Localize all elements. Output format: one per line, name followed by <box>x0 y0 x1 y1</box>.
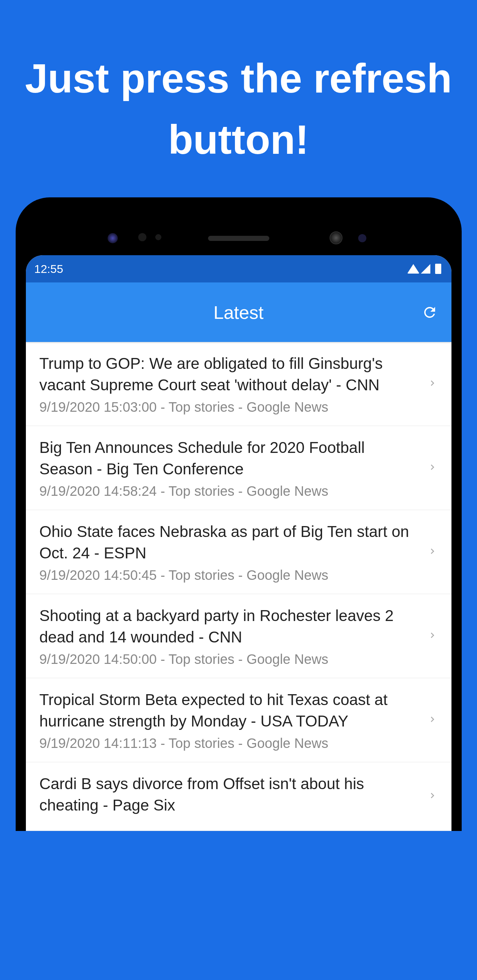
front-camera <box>330 231 343 244</box>
news-headline: Big Ten Announces Schedule for 2020 Foot… <box>40 437 420 480</box>
speaker-grille <box>208 236 269 241</box>
news-headline: Ohio State faces Nebraska as part of Big… <box>40 521 420 564</box>
page-title: Latest <box>214 302 263 323</box>
sensor-dot <box>108 233 118 243</box>
app-bar: Latest <box>26 282 451 342</box>
list-item[interactable]: Trump to GOP: We are obligated to fill G… <box>26 342 451 426</box>
news-headline: Tropical Storm Beta expected to hit Texa… <box>40 689 420 732</box>
chevron-right-icon <box>427 628 438 644</box>
chevron-right-icon <box>427 544 438 560</box>
news-headline: Shooting at a backyard party in Rocheste… <box>40 605 420 648</box>
status-time: 12:55 <box>34 262 63 275</box>
list-item[interactable]: Ohio State faces Nebraska as part of Big… <box>26 510 451 594</box>
signal-icon <box>421 264 430 274</box>
status-bar: 12:55 <box>26 255 451 282</box>
news-meta: 9/19/2020 14:58:24 - Top stories - Googl… <box>40 484 420 499</box>
sensor-dot <box>138 233 147 241</box>
news-headline: Trump to GOP: We are obligated to fill G… <box>40 353 420 396</box>
chevron-right-icon <box>427 375 438 392</box>
sensor-dot <box>155 234 161 240</box>
phone-bezel: 12:55 Latest <box>26 208 451 831</box>
refresh-icon <box>421 304 438 321</box>
news-meta: 9/19/2020 14:50:00 - Top stories - Googl… <box>40 652 420 667</box>
list-item[interactable]: Tropical Storm Beta expected to hit Texa… <box>26 678 451 762</box>
wifi-icon <box>407 264 420 274</box>
news-list: Trump to GOP: We are obligated to fill G… <box>26 342 451 831</box>
list-item[interactable]: Shooting at a backyard party in Rocheste… <box>26 594 451 678</box>
chevron-right-icon <box>427 460 438 476</box>
news-meta: 9/19/2020 14:50:45 - Top stories - Googl… <box>40 568 420 583</box>
sensor-dot <box>358 234 366 242</box>
news-headline: Cardi B says divorce from Offset isn't a… <box>40 773 420 816</box>
promo-headline: Just press the refresh button! <box>0 0 477 197</box>
phone-notch <box>26 228 451 248</box>
news-meta: 9/19/2020 15:03:00 - Top stories - Googl… <box>40 399 420 415</box>
list-item[interactable]: Cardi B says divorce from Offset isn't a… <box>26 762 451 831</box>
chevron-right-icon <box>427 788 438 804</box>
chevron-right-icon <box>427 712 438 728</box>
news-meta: 9/19/2020 14:11:13 - Top stories - Googl… <box>40 736 420 751</box>
refresh-button[interactable] <box>421 304 438 321</box>
battery-icon <box>435 264 441 274</box>
list-item[interactable]: Big Ten Announces Schedule for 2020 Foot… <box>26 426 451 510</box>
phone-screen: 12:55 Latest <box>26 255 451 831</box>
phone-frame: 12:55 Latest <box>16 197 462 831</box>
